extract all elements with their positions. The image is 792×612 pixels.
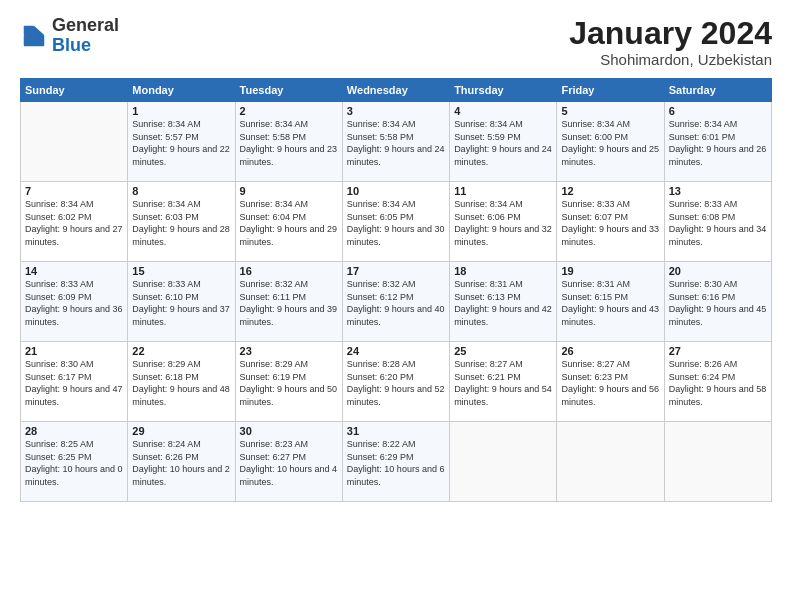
day-info: Sunrise: 8:34 AMSunset: 5:57 PMDaylight:… xyxy=(132,119,230,167)
calendar-cell xyxy=(21,102,128,182)
day-number: 30 xyxy=(240,425,338,437)
calendar-cell: 5Sunrise: 8:34 AMSunset: 6:00 PMDaylight… xyxy=(557,102,664,182)
day-number: 13 xyxy=(669,185,767,197)
day-number: 27 xyxy=(669,345,767,357)
calendar-cell: 24Sunrise: 8:28 AMSunset: 6:20 PMDayligh… xyxy=(342,342,449,422)
calendar-cell: 9Sunrise: 8:34 AMSunset: 6:04 PMDaylight… xyxy=(235,182,342,262)
day-info: Sunrise: 8:22 AMSunset: 6:29 PMDaylight:… xyxy=(347,439,445,487)
calendar-cell xyxy=(664,422,771,502)
day-info: Sunrise: 8:28 AMSunset: 6:20 PMDaylight:… xyxy=(347,359,445,407)
calendar-cell: 15Sunrise: 8:33 AMSunset: 6:10 PMDayligh… xyxy=(128,262,235,342)
day-number: 3 xyxy=(347,105,445,117)
calendar-cell: 11Sunrise: 8:34 AMSunset: 6:06 PMDayligh… xyxy=(450,182,557,262)
day-number: 16 xyxy=(240,265,338,277)
day-info: Sunrise: 8:34 AMSunset: 6:01 PMDaylight:… xyxy=(669,119,767,167)
day-number: 17 xyxy=(347,265,445,277)
day-number: 29 xyxy=(132,425,230,437)
calendar-cell: 25Sunrise: 8:27 AMSunset: 6:21 PMDayligh… xyxy=(450,342,557,422)
calendar-cell xyxy=(557,422,664,502)
day-number: 8 xyxy=(132,185,230,197)
day-info: Sunrise: 8:24 AMSunset: 6:26 PMDaylight:… xyxy=(132,439,230,487)
day-info: Sunrise: 8:30 AMSunset: 6:16 PMDaylight:… xyxy=(669,279,767,327)
logo: General Blue xyxy=(20,16,119,56)
month-title: January 2024 xyxy=(569,16,772,51)
day-info: Sunrise: 8:34 AMSunset: 5:58 PMDaylight:… xyxy=(347,119,445,167)
day-info: Sunrise: 8:34 AMSunset: 6:05 PMDaylight:… xyxy=(347,199,445,247)
day-number: 4 xyxy=(454,105,552,117)
calendar-cell: 31Sunrise: 8:22 AMSunset: 6:29 PMDayligh… xyxy=(342,422,449,502)
day-number: 24 xyxy=(347,345,445,357)
location: Shohimardon, Uzbekistan xyxy=(569,51,772,68)
day-info: Sunrise: 8:30 AMSunset: 6:17 PMDaylight:… xyxy=(25,359,123,407)
day-number: 23 xyxy=(240,345,338,357)
day-number: 15 xyxy=(132,265,230,277)
day-number: 12 xyxy=(561,185,659,197)
calendar-cell: 23Sunrise: 8:29 AMSunset: 6:19 PMDayligh… xyxy=(235,342,342,422)
day-info: Sunrise: 8:33 AMSunset: 6:10 PMDaylight:… xyxy=(132,279,230,327)
calendar-cell: 27Sunrise: 8:26 AMSunset: 6:24 PMDayligh… xyxy=(664,342,771,422)
logo-text: General Blue xyxy=(52,16,119,56)
day-info: Sunrise: 8:34 AMSunset: 6:02 PMDaylight:… xyxy=(25,199,123,247)
day-info: Sunrise: 8:32 AMSunset: 6:12 PMDaylight:… xyxy=(347,279,445,327)
day-info: Sunrise: 8:27 AMSunset: 6:21 PMDaylight:… xyxy=(454,359,552,407)
calendar-week-row: 28Sunrise: 8:25 AMSunset: 6:25 PMDayligh… xyxy=(21,422,772,502)
day-info: Sunrise: 8:33 AMSunset: 6:08 PMDaylight:… xyxy=(669,199,767,247)
logo-blue: Blue xyxy=(52,35,91,55)
svg-rect-2 xyxy=(24,26,34,35)
day-number: 18 xyxy=(454,265,552,277)
day-info: Sunrise: 8:31 AMSunset: 6:15 PMDaylight:… xyxy=(561,279,659,327)
calendar-cell: 14Sunrise: 8:33 AMSunset: 6:09 PMDayligh… xyxy=(21,262,128,342)
calendar-cell: 10Sunrise: 8:34 AMSunset: 6:05 PMDayligh… xyxy=(342,182,449,262)
calendar-cell: 12Sunrise: 8:33 AMSunset: 6:07 PMDayligh… xyxy=(557,182,664,262)
day-number: 10 xyxy=(347,185,445,197)
day-info: Sunrise: 8:25 AMSunset: 6:25 PMDaylight:… xyxy=(25,439,123,487)
day-number: 2 xyxy=(240,105,338,117)
day-info: Sunrise: 8:27 AMSunset: 6:23 PMDaylight:… xyxy=(561,359,659,407)
calendar-cell: 1Sunrise: 8:34 AMSunset: 5:57 PMDaylight… xyxy=(128,102,235,182)
calendar-cell: 17Sunrise: 8:32 AMSunset: 6:12 PMDayligh… xyxy=(342,262,449,342)
calendar-cell: 22Sunrise: 8:29 AMSunset: 6:18 PMDayligh… xyxy=(128,342,235,422)
day-info: Sunrise: 8:29 AMSunset: 6:18 PMDaylight:… xyxy=(132,359,230,407)
day-info: Sunrise: 8:29 AMSunset: 6:19 PMDaylight:… xyxy=(240,359,338,407)
day-number: 28 xyxy=(25,425,123,437)
calendar-table: SundayMondayTuesdayWednesdayThursdayFrid… xyxy=(20,78,772,502)
day-info: Sunrise: 8:34 AMSunset: 6:00 PMDaylight:… xyxy=(561,119,659,167)
weekday-header-monday: Monday xyxy=(128,79,235,102)
weekday-header-row: SundayMondayTuesdayWednesdayThursdayFrid… xyxy=(21,79,772,102)
calendar-week-row: 14Sunrise: 8:33 AMSunset: 6:09 PMDayligh… xyxy=(21,262,772,342)
day-info: Sunrise: 8:26 AMSunset: 6:24 PMDaylight:… xyxy=(669,359,767,407)
calendar-cell: 18Sunrise: 8:31 AMSunset: 6:13 PMDayligh… xyxy=(450,262,557,342)
logo-icon xyxy=(20,22,48,50)
day-number: 7 xyxy=(25,185,123,197)
day-number: 20 xyxy=(669,265,767,277)
weekday-header-sunday: Sunday xyxy=(21,79,128,102)
day-info: Sunrise: 8:34 AMSunset: 5:58 PMDaylight:… xyxy=(240,119,338,167)
calendar-cell: 6Sunrise: 8:34 AMSunset: 6:01 PMDaylight… xyxy=(664,102,771,182)
day-info: Sunrise: 8:31 AMSunset: 6:13 PMDaylight:… xyxy=(454,279,552,327)
day-number: 19 xyxy=(561,265,659,277)
day-number: 26 xyxy=(561,345,659,357)
day-number: 1 xyxy=(132,105,230,117)
calendar-cell: 21Sunrise: 8:30 AMSunset: 6:17 PMDayligh… xyxy=(21,342,128,422)
day-number: 9 xyxy=(240,185,338,197)
calendar-week-row: 21Sunrise: 8:30 AMSunset: 6:17 PMDayligh… xyxy=(21,342,772,422)
day-number: 21 xyxy=(25,345,123,357)
day-number: 6 xyxy=(669,105,767,117)
weekday-header-wednesday: Wednesday xyxy=(342,79,449,102)
calendar-week-row: 1Sunrise: 8:34 AMSunset: 5:57 PMDaylight… xyxy=(21,102,772,182)
calendar-cell: 2Sunrise: 8:34 AMSunset: 5:58 PMDaylight… xyxy=(235,102,342,182)
day-number: 5 xyxy=(561,105,659,117)
day-number: 31 xyxy=(347,425,445,437)
weekday-header-thursday: Thursday xyxy=(450,79,557,102)
header: General Blue January 2024 Shohimardon, U… xyxy=(20,16,772,68)
day-info: Sunrise: 8:34 AMSunset: 6:03 PMDaylight:… xyxy=(132,199,230,247)
title-block: January 2024 Shohimardon, Uzbekistan xyxy=(569,16,772,68)
day-info: Sunrise: 8:33 AMSunset: 6:07 PMDaylight:… xyxy=(561,199,659,247)
day-info: Sunrise: 8:33 AMSunset: 6:09 PMDaylight:… xyxy=(25,279,123,327)
day-info: Sunrise: 8:34 AMSunset: 6:04 PMDaylight:… xyxy=(240,199,338,247)
calendar-cell: 4Sunrise: 8:34 AMSunset: 5:59 PMDaylight… xyxy=(450,102,557,182)
weekday-header-saturday: Saturday xyxy=(664,79,771,102)
day-info: Sunrise: 8:34 AMSunset: 5:59 PMDaylight:… xyxy=(454,119,552,167)
day-number: 14 xyxy=(25,265,123,277)
svg-marker-0 xyxy=(34,26,44,35)
